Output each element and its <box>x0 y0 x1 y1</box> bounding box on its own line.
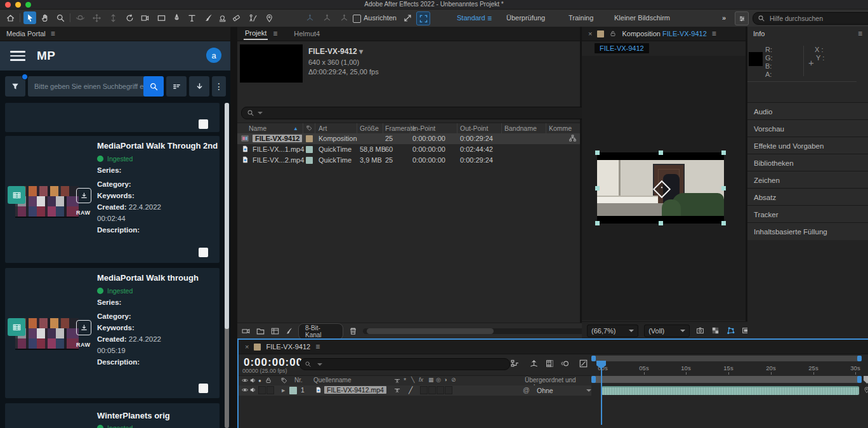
brush-tool[interactable] <box>202 11 214 24</box>
collapse-switch-icon[interactable]: * <box>404 377 406 384</box>
media-card[interactable]: WinterPlanets orig Ingested <box>5 403 220 428</box>
hamburger-menu-icon[interactable] <box>10 51 25 61</box>
workspace-menu-icon[interactable]: ≡ <box>487 14 492 23</box>
layer-quality-icon[interactable]: ╱ <box>409 386 412 394</box>
selection-handle[interactable] <box>721 186 726 191</box>
effect-switch-icon[interactable]: ◎ <box>436 377 441 383</box>
local-axis-mode[interactable] <box>303 11 316 24</box>
panel-menu-icon[interactable]: ≡ <box>858 29 862 38</box>
marker-bin-icon[interactable] <box>863 386 868 394</box>
layer-color-swatch[interactable] <box>289 387 297 394</box>
search-options-caret[interactable] <box>258 112 263 114</box>
selection-handle[interactable] <box>659 221 663 225</box>
selection-handle[interactable] <box>595 150 600 155</box>
workspace-settings-icon[interactable] <box>735 11 749 25</box>
avatar[interactable]: a <box>206 48 221 63</box>
tab-komposition[interactable]: Komposition FILE-VX-9412 <box>622 30 706 37</box>
comp-marker-icon[interactable] <box>864 376 868 384</box>
snapping-toggle[interactable] <box>416 11 430 25</box>
switch-cell[interactable] <box>445 386 452 394</box>
delete-icon[interactable] <box>348 326 358 336</box>
search-button[interactable] <box>143 76 164 97</box>
clone-stamp-tool[interactable] <box>216 11 228 24</box>
media-card[interactable]: MediaPortal Walk Through 2nd Ingested Se… <box>5 136 220 263</box>
download-button[interactable] <box>189 76 209 97</box>
draft-3d-icon[interactable] <box>529 359 539 368</box>
list-view-button[interactable] <box>166 76 187 97</box>
rotation-tool[interactable] <box>123 11 136 24</box>
selection-handle[interactable] <box>721 221 726 225</box>
film-icon[interactable] <box>8 318 25 336</box>
hand-tool[interactable] <box>39 11 51 24</box>
parent-dropdown[interactable]: Ohne <box>534 386 594 395</box>
selection-handle[interactable] <box>721 150 726 155</box>
3d-switch-icon[interactable]: ⊘ <box>451 377 456 383</box>
video-visibility-icon[interactable] <box>241 377 249 384</box>
playhead-line[interactable] <box>601 361 602 425</box>
blur-switch-icon[interactable]: ◑ <box>444 377 447 383</box>
audio-icon[interactable] <box>249 377 257 384</box>
table-row[interactable]: FILE-VX-9412 Komposition 25 0:00:00:00 0… <box>237 133 580 144</box>
snapshot-icon[interactable] <box>695 326 705 335</box>
switch-cell[interactable] <box>420 386 428 394</box>
tab-helmut4[interactable]: Helmut4 <box>294 30 320 37</box>
selection-handle[interactable] <box>659 150 663 155</box>
orbit-camera-tool[interactable] <box>74 11 86 24</box>
mask-visibility-icon[interactable] <box>726 326 735 335</box>
label-color-swatch[interactable] <box>306 157 313 164</box>
workspace-tab-training[interactable]: Training <box>569 14 593 22</box>
card-checkbox[interactable] <box>199 119 208 129</box>
puppet-pin-tool[interactable] <box>263 11 275 24</box>
work-area-start-handle[interactable] <box>591 376 596 383</box>
media-card[interactable]: MediaPortal Walk through Ingested Series… <box>5 268 220 398</box>
view-axis-mode[interactable] <box>338 11 350 24</box>
panel-menu-icon[interactable]: ≡ <box>712 29 716 38</box>
layer-row[interactable]: ▸ 1 FILE-VX-9412.mp4 ╱ @ Ohne <box>239 385 591 396</box>
eraser-tool[interactable] <box>230 11 242 24</box>
motion-blur-icon[interactable] <box>560 359 570 368</box>
panel-tab-audio[interactable]: Audio <box>747 102 868 120</box>
selection-handle[interactable] <box>595 221 600 225</box>
layer-video-icon[interactable] <box>241 386 249 394</box>
panel-tab-absatz[interactable]: Absatz <box>747 188 868 206</box>
info-panel-title[interactable]: Info <box>753 30 765 37</box>
selected-item-name[interactable]: FILE-VX-9412 ▾ <box>308 47 363 56</box>
panel-tab-bibliotheken[interactable]: Bibliotheken <box>747 154 868 171</box>
lock-icon[interactable] <box>265 377 272 384</box>
composition-viewer[interactable] <box>582 56 746 320</box>
expand-chevron-icon[interactable]: ▸ <box>282 386 285 394</box>
label-color-swatch[interactable] <box>306 146 313 153</box>
zoom-fit-icon[interactable] <box>401 11 414 24</box>
table-row[interactable]: FILE-VX...2.mp4 QuickTime 3,9 MB 25 0:00… <box>237 155 580 166</box>
layer-duration-bar[interactable] <box>602 386 859 395</box>
tab-media-portal[interactable]: Media Portal <box>6 30 46 37</box>
new-composition-icon[interactable] <box>270 326 280 336</box>
layer-audio-icon[interactable] <box>249 386 257 394</box>
panel-tab-zeichen[interactable]: Zeichen <box>747 171 868 189</box>
dolly-camera-tool[interactable] <box>107 11 119 24</box>
close-icon[interactable]: × <box>245 343 249 351</box>
pan-camera-tool[interactable] <box>90 11 103 24</box>
resolution-dropdown[interactable]: (Voll) <box>644 324 690 337</box>
navigator-start-handle[interactable] <box>591 356 596 361</box>
camera-tool[interactable] <box>138 11 151 24</box>
panel-tab-effekte[interactable]: Effekte und Vorgaben <box>747 137 868 154</box>
scrollbar-thumb[interactable] <box>367 328 494 334</box>
layer-name[interactable]: FILE-VX-9412.mp4 <box>324 386 386 394</box>
search-input[interactable] <box>28 76 155 97</box>
switch-cell[interactable] <box>437 386 444 394</box>
solo-icon[interactable]: ● <box>258 378 261 384</box>
project-search-field[interactable] <box>241 107 586 119</box>
selection-tool[interactable] <box>23 11 36 24</box>
timeline-tab[interactable]: FILE-VX-9412 <box>266 343 310 351</box>
help-search-field[interactable] <box>753 12 868 25</box>
download-asset-icon[interactable] <box>76 188 91 203</box>
card-checkbox[interactable] <box>199 248 208 257</box>
work-area-bar[interactable] <box>591 376 862 383</box>
time-ruler[interactable]: 00s 05s 10s 15s 20s 25s 30s <box>591 363 862 375</box>
pen-tool[interactable] <box>170 11 183 24</box>
film-icon[interactable] <box>8 186 25 204</box>
new-folder-icon[interactable] <box>256 326 265 336</box>
work-area-end-handle[interactable] <box>857 376 862 383</box>
time-navigator[interactable] <box>591 356 862 361</box>
